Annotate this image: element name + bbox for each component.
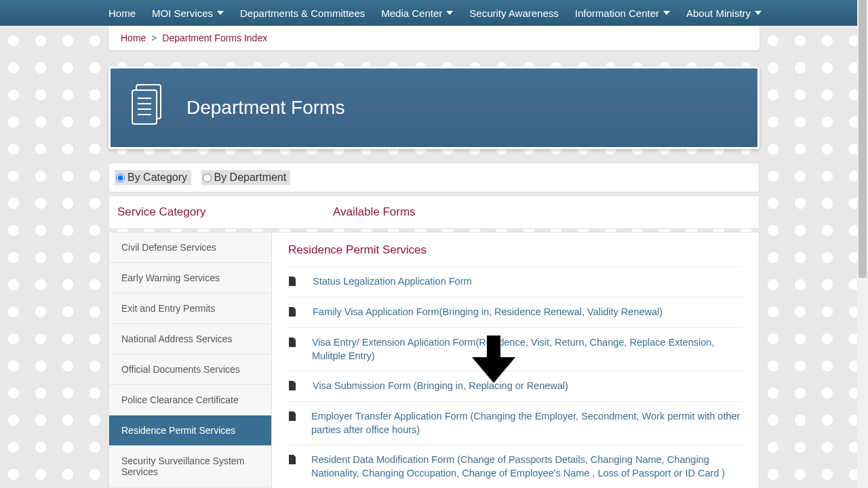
form-link[interactable]: Visa Submission Form (Bringing in, Repla… [313,380,568,393]
page-title: Department Forms [186,97,344,119]
form-row: Status Legalization Application Form [288,266,743,297]
nav-about-ministry[interactable]: About Ministry [686,7,762,19]
forms-title: Residence Permit Services [288,243,743,257]
sidebar-item-early-warning[interactable]: Early Warning Services [109,263,271,293]
header-available-forms: Available Forms [333,205,416,218]
form-row: Employer Transfer Application Form (Chan… [288,401,743,445]
header-service-category: Service Category [117,205,205,218]
breadcrumb-home[interactable]: Home [121,33,146,43]
nav-departments[interactable]: Departments & Committees [240,7,365,19]
sidebar: Civil Defense Services Early Warning Ser… [109,232,272,488]
sidebar-item-police-clearance[interactable]: Police Clearance Certificate [109,385,271,415]
column-headers: Service Category Available Forms [108,195,760,229]
breadcrumb-current: Department Forms Index [162,33,267,43]
content-row: Civil Defense Services Early Warning Ser… [108,232,760,488]
radio-by-category[interactable] [116,174,125,182]
nav-media-center[interactable]: Media Center [381,7,453,19]
form-row: Visa Entry/ Extension Aplication Form(Re… [288,327,743,371]
top-nav: Home MOI Services Departments & Committe… [0,0,868,26]
scrollbar[interactable] [857,0,868,488]
document-icon [130,83,167,132]
scrollbar-thumb[interactable] [859,0,867,278]
breadcrumb-sep: > [151,33,157,43]
chevron-down-icon [217,11,224,15]
filter-by-department[interactable]: By Department [201,170,291,185]
nav-moi-services[interactable]: MOI Services [152,7,224,19]
form-row: Resident Data Modification Form (Change … [288,445,743,488]
breadcrumb: Home > Department Forms Index [108,26,760,50]
file-icon [288,381,298,393]
form-row: Visa Submission Form (Bringing in, Repla… [288,371,743,401]
radio-by-department[interactable] [203,174,212,182]
sidebar-item-residence-permit[interactable]: Residence Permit Services [109,415,271,446]
form-link[interactable]: Resident Data Modification Form (Change … [311,453,743,480]
form-row: Family Visa Application Form(Bringing in… [288,297,743,327]
filter-by-category[interactable]: By Category [115,170,191,185]
page-hero: Department Forms [108,66,760,149]
sidebar-item-official-documents[interactable]: Official Documents Services [109,354,271,385]
chevron-down-icon [446,11,453,15]
file-icon [288,411,296,424]
svg-rect-1 [132,90,157,124]
chevron-down-icon [663,11,670,15]
sidebar-item-security-surveillance[interactable]: Security Surveillance System Services [109,446,271,487]
filter-bar: By Category By Department [108,163,760,192]
form-link[interactable]: Employer Transfer Application Form (Chan… [311,410,743,436]
chevron-down-icon [755,11,762,15]
sidebar-item-national-address[interactable]: National Address Services [109,324,271,354]
form-link[interactable]: Visa Entry/ Extension Aplication Form(Re… [312,336,743,363]
form-link[interactable]: Family Visa Application Form(Bringing in… [313,306,663,319]
file-icon [288,455,296,467]
form-link[interactable]: Status Legalization Application Form [313,275,472,289]
sidebar-item-civil-defense[interactable]: Civil Defense Services [109,232,271,263]
nav-home[interactable]: Home [108,7,136,19]
nav-information-center[interactable]: Information Center [575,7,670,19]
file-icon [288,307,298,319]
forms-panel: Residence Permit Services Status Legaliz… [272,232,759,488]
file-icon [288,338,297,350]
sidebar-item-exit-entry[interactable]: Exit and Entry Permits [109,293,271,324]
file-icon [288,277,298,289]
nav-security-awareness[interactable]: Security Awareness [469,7,558,19]
